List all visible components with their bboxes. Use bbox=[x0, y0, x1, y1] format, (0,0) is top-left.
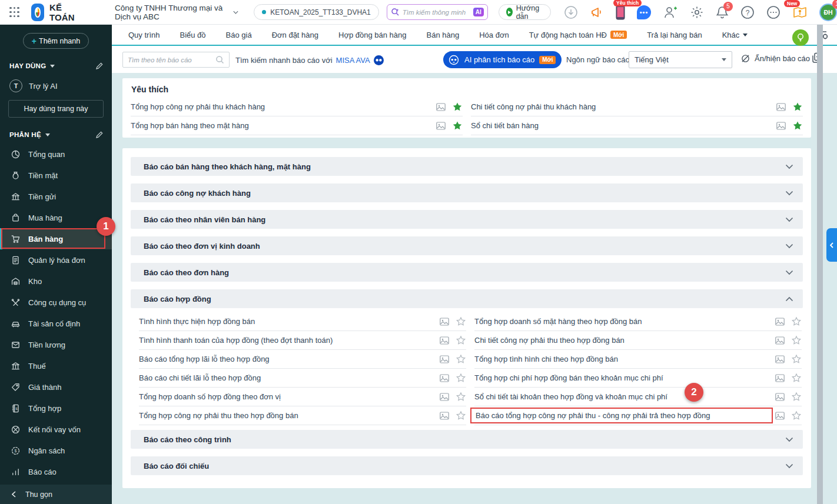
star-outline-icon[interactable] bbox=[791, 392, 802, 402]
report-preview-icon[interactable] bbox=[439, 355, 450, 364]
mobile-app-icon[interactable]: Yêu thích bbox=[616, 5, 625, 20]
tab-bán-hàng[interactable]: Bán hàng bbox=[427, 31, 460, 39]
language-select[interactable]: Tiếng Việt bbox=[629, 51, 732, 68]
gear-icon[interactable] bbox=[690, 5, 704, 19]
edit-pencil-icon[interactable] bbox=[95, 62, 104, 70]
report-link[interactable]: Tổng hợp công nợ phải thu khách hàng bbox=[131, 102, 430, 111]
sidebar-item-tools[interactable]: Công cụ dụng cụ bbox=[0, 292, 112, 313]
favorite-star-icon[interactable] bbox=[792, 121, 803, 131]
report-link[interactable]: Tình hình thanh toán của hợp đồng (theo … bbox=[139, 336, 433, 345]
section-frequent[interactable]: HAY DÙNG bbox=[9, 62, 104, 70]
report-preview-icon[interactable] bbox=[439, 336, 450, 345]
report-preview-icon[interactable] bbox=[439, 392, 450, 402]
report-preview-icon[interactable] bbox=[775, 373, 785, 383]
star-outline-icon[interactable] bbox=[791, 316, 802, 326]
star-outline-icon[interactable] bbox=[791, 354, 802, 364]
sidebar-item-cash[interactable]: Tiền mặt bbox=[0, 165, 112, 186]
report-link[interactable]: Báo cáo tổng hợp lãi lỗ theo hợp đồng bbox=[139, 355, 433, 363]
star-outline-icon[interactable] bbox=[791, 373, 802, 383]
ava-robot-icon[interactable] bbox=[374, 55, 384, 65]
company-selector[interactable]: Công ty TNHH Thương mại và Dịch vụ ABC bbox=[115, 4, 238, 21]
tab-quy-trình[interactable]: Quy trình bbox=[128, 31, 160, 39]
report-preview-icon[interactable] bbox=[776, 121, 786, 131]
report-group-header[interactable]: Báo cáo theo công trình bbox=[131, 430, 803, 449]
sidebar-item-ledger[interactable]: $Tổng hợp bbox=[0, 398, 112, 419]
report-link[interactable]: Báo cáo chi tiết lãi lỗ theo hợp đồng bbox=[139, 373, 433, 382]
smart-search-input[interactable] bbox=[403, 9, 470, 16]
tab-báo-giá[interactable]: Báo giá bbox=[226, 31, 252, 39]
sidebar-item-invoice[interactable]: Quản lý hóa đơn bbox=[0, 249, 112, 271]
smart-search-box[interactable]: AI bbox=[387, 4, 488, 20]
sidebar-item-warehouse[interactable]: Kho bbox=[0, 271, 112, 292]
report-link[interactable]: Tổng hợp doanh số hợp đồng theo đơn vị bbox=[139, 392, 433, 401]
favorite-star-icon[interactable] bbox=[452, 102, 463, 112]
tab-hóa-đơn[interactable]: Hóa đơn bbox=[479, 31, 509, 39]
sidebar-item-bank[interactable]: Tiền gửi bbox=[0, 186, 112, 207]
whats-new-icon[interactable]: New bbox=[792, 5, 808, 19]
sidebar-item-tag[interactable]: Giá thành bbox=[0, 376, 112, 398]
tab-biểu-đồ[interactable]: Biểu đồ bbox=[180, 31, 205, 39]
report-preview-icon[interactable] bbox=[439, 373, 450, 383]
sidebar-item-cart[interactable]: Bán hàng bbox=[0, 228, 112, 249]
assistant-bulb-icon[interactable] bbox=[792, 29, 809, 46]
ai-analyze-button[interactable]: AI phân tích báo cáo Mới bbox=[443, 51, 562, 68]
report-group-header[interactable]: Báo cáo theo nhân viên bán hàng bbox=[131, 210, 803, 229]
report-search-box[interactable] bbox=[122, 52, 230, 68]
frequent-page-button[interactable]: Hay dùng trang này bbox=[8, 100, 104, 118]
sidebar-item-loan[interactable]: Kết nối vay vốn bbox=[0, 419, 112, 440]
favorite-star-icon[interactable] bbox=[792, 102, 803, 112]
database-badge[interactable]: KETOAN_2025_TT133_DVHA1 bbox=[254, 4, 379, 20]
sidebar-item-purchase[interactable]: Mua hàng bbox=[0, 207, 112, 228]
report-link[interactable]: Tình hình thực hiện hợp đồng bán bbox=[139, 317, 433, 326]
report-preview-icon[interactable] bbox=[439, 317, 450, 326]
report-preview-icon[interactable] bbox=[775, 355, 785, 364]
vertical-scrollbar[interactable] bbox=[817, 25, 823, 504]
report-link[interactable]: Tổng hợp chi phí hợp đồng bán theo khoản… bbox=[474, 373, 769, 382]
guide-button[interactable]: Hướng dẫn bbox=[499, 4, 551, 20]
megaphone-icon[interactable] bbox=[590, 6, 604, 19]
report-preview-icon[interactable] bbox=[436, 121, 446, 131]
report-link[interactable]: Tổng hợp bán hàng theo mặt hàng bbox=[131, 121, 430, 130]
report-preview-icon[interactable] bbox=[775, 392, 785, 402]
report-group-header[interactable]: Báo cáo bán hàng theo khách hàng, mặt hà… bbox=[131, 157, 803, 176]
report-link[interactable]: Tổng hợp doanh số mặt hàng theo hợp đồng… bbox=[474, 317, 769, 326]
sidebar-item-ai-assistant[interactable]: T Trợ lý AI bbox=[9, 79, 112, 92]
sidebar-item-salary[interactable]: Tiền lương bbox=[0, 334, 112, 355]
report-link[interactable]: Sổ chi tiết tài khoản theo hợp đồng và k… bbox=[474, 392, 769, 401]
favorite-star-icon[interactable] bbox=[452, 121, 463, 131]
report-link[interactable]: Sổ chi tiết bán hàng bbox=[471, 121, 770, 130]
hide-show-reports[interactable]: Ẩn/hiện báo cáo bbox=[740, 54, 810, 64]
tab-trả-lại-hàng-bán[interactable]: Trả lại hàng bán bbox=[647, 31, 702, 39]
chat-icon[interactable]: ••• bbox=[637, 5, 651, 19]
report-preview-icon[interactable] bbox=[775, 336, 785, 345]
tab-đơn-đặt-hàng[interactable]: Đơn đặt hàng bbox=[272, 31, 318, 39]
report-group-header[interactable]: Báo cáo hợp đồng bbox=[131, 289, 803, 308]
tab-tự-động-hạch-toán-hđ[interactable]: Tự động hạch toán HĐMới bbox=[529, 31, 627, 39]
bell-icon[interactable]: 5 bbox=[716, 5, 729, 19]
tab-khác[interactable]: Khác bbox=[722, 31, 748, 39]
report-preview-icon[interactable] bbox=[775, 317, 785, 326]
report-link[interactable]: Tổng hợp tình hình chi theo hợp đồng bán bbox=[474, 355, 769, 363]
star-outline-icon[interactable] bbox=[456, 335, 466, 345]
star-outline-icon[interactable] bbox=[791, 335, 802, 345]
star-outline-icon[interactable] bbox=[456, 392, 466, 402]
report-preview-icon[interactable] bbox=[439, 411, 450, 420]
report-link[interactable]: Chi tiết công nợ phải thu theo hợp đồng … bbox=[474, 336, 769, 345]
star-outline-icon[interactable] bbox=[456, 354, 466, 364]
sidebar-item-asset[interactable]: Tài sản cố định bbox=[0, 313, 112, 334]
report-group-header[interactable]: Báo cáo theo đơn hàng bbox=[131, 263, 803, 282]
report-link[interactable]: Chi tiết công nợ phải thu khách hàng bbox=[471, 102, 770, 111]
edit-pencil-icon[interactable] bbox=[95, 131, 104, 139]
sidebar-item-budget[interactable]: $Ngân sách bbox=[0, 440, 112, 461]
more-icon[interactable] bbox=[766, 5, 780, 19]
sidebar-item-report[interactable]: Báo cáo bbox=[0, 461, 112, 482]
avatar[interactable]: ĐH 1 bbox=[819, 4, 837, 21]
add-user-icon[interactable] bbox=[663, 5, 678, 19]
star-outline-icon[interactable] bbox=[456, 410, 466, 420]
report-link[interactable]: Tổng hợp công nợ phải thu theo hợp đồng … bbox=[139, 411, 433, 420]
report-preview-icon[interactable] bbox=[436, 102, 446, 112]
app-grid-icon[interactable] bbox=[9, 7, 19, 18]
quick-add-button[interactable]: + Thêm nhanh bbox=[23, 33, 89, 49]
sidebar-item-tax[interactable]: Thuế bbox=[0, 355, 112, 376]
report-search-input[interactable] bbox=[128, 56, 212, 64]
